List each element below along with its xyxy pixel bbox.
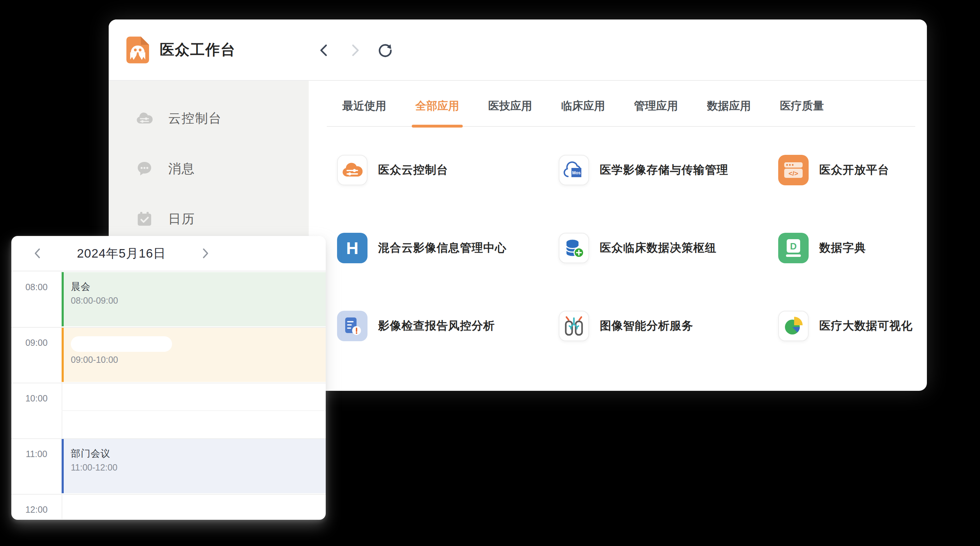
sidebar-item-3[interactable]: 日历	[109, 206, 309, 232]
time-label: 12:00	[11, 504, 62, 515]
app-item-label: 混合云影像信息管理中心	[378, 240, 507, 256]
chevron-right-icon	[200, 247, 211, 259]
app-item-1[interactable]: 医众云控制台	[337, 155, 559, 185]
event-title: 晨会	[71, 281, 326, 293]
hour-gridline	[11, 494, 326, 495]
app-logo-icon	[126, 37, 149, 64]
tab-3[interactable]: 医技应用	[485, 99, 535, 126]
desktop-background: 医众工作台	[0, 0, 980, 546]
app-item-label: 医学影像存储与传输管理	[600, 162, 728, 178]
svg-text:Mos: Mos	[572, 171, 581, 176]
forward-button[interactable]	[346, 42, 363, 59]
tab-1[interactable]: 最近使用	[339, 99, 389, 126]
report-risk-icon	[337, 311, 368, 341]
calendar-event-2[interactable]: 09:00-10:00	[62, 328, 326, 382]
refresh-button[interactable]	[377, 42, 394, 59]
hour-gridline	[11, 383, 326, 383]
calendar-date-label: 2024年5月16日	[45, 245, 197, 262]
app-grid: 医众云控制台 Mos 医学影像存储与传输管理 </> 医众开放平台 H	[337, 155, 915, 341]
app-item-8[interactable]: 图像智能分析服务	[559, 311, 778, 341]
tab-bar: 最近使用全部应用医技应用临床应用管理应用数据应用医疗质量	[327, 81, 915, 127]
app-item-label: 医众开放平台	[819, 162, 889, 178]
cloud-console-icon	[337, 155, 368, 185]
calendar-day-grid: 08:0009:0010:0011:0012:00 晨会 08:00-09:00…	[11, 271, 326, 519]
calendar-next-day-button[interactable]	[197, 246, 213, 261]
chevron-left-icon	[317, 43, 332, 58]
calendar-icon	[137, 211, 152, 227]
event-title-redacted-pill	[71, 336, 172, 352]
event-time-range: 11:00-12:00	[71, 462, 326, 473]
app-item-3[interactable]: </> 医众开放平台	[778, 155, 915, 185]
calendar-event-1[interactable]: 晨会 08:00-09:00	[62, 272, 326, 326]
message-icon	[136, 161, 153, 177]
refresh-icon	[377, 42, 393, 59]
sidebar-item-label: 消息	[168, 160, 195, 177]
cloud-settings-icon	[136, 110, 153, 126]
app-item-label: 医众临床数据决策枢纽	[600, 240, 717, 256]
clinical-data-hub-icon	[559, 233, 589, 263]
svg-text:D: D	[790, 241, 797, 252]
app-item-2[interactable]: Mos 医学影像存储与传输管理	[559, 155, 778, 185]
back-button[interactable]	[316, 42, 333, 59]
app-item-5[interactable]: 医众临床数据决策枢纽	[559, 233, 778, 263]
app-item-label: 数据字典	[819, 240, 866, 256]
app-item-label: 图像智能分析服务	[600, 318, 693, 334]
event-time-range: 09:00-10:00	[71, 354, 326, 365]
app-item-4[interactable]: H 混合云影像信息管理中心	[337, 233, 559, 263]
event-title: 部门会议	[71, 447, 326, 460]
app-item-label: 影像检查报告风控分析	[378, 318, 495, 334]
tab-5[interactable]: 管理应用	[631, 99, 681, 126]
pacs-cloud-icon: Mos	[559, 155, 589, 185]
bigdata-viz-icon	[778, 311, 809, 341]
svg-text:H: H	[346, 239, 359, 258]
time-label: 10:00	[11, 393, 62, 404]
calendar-event-3[interactable]: 部门会议 11:00-12:00	[62, 439, 326, 493]
sidebar-item-1[interactable]: 云控制台	[109, 105, 309, 132]
sidebar-item-2[interactable]: 消息	[109, 155, 309, 182]
app-item-label: 医众云控制台	[378, 162, 448, 178]
app-item-9[interactable]: 医疗大数据可视化	[778, 311, 915, 341]
calendar-icon	[136, 211, 153, 227]
half-hour-gridline	[62, 410, 326, 411]
tab-4[interactable]: 临床应用	[558, 99, 608, 126]
browser-nav	[316, 19, 394, 81]
chevron-right-icon	[347, 43, 363, 58]
time-label: 11:00	[11, 449, 62, 459]
tab-2[interactable]: 全部应用	[412, 99, 462, 126]
calendar-header: 2024年5月16日	[11, 236, 326, 271]
app-item-label: 医疗大数据可视化	[819, 318, 913, 334]
message-icon	[137, 161, 152, 176]
event-time-range: 08:00-09:00	[71, 295, 326, 306]
chevron-left-icon	[32, 247, 43, 259]
calendar-panel: 2024年5月16日 08:0009:0010:0011:0012:00 晨会 …	[11, 236, 326, 520]
app-item-7[interactable]: 影像检查报告风控分析	[337, 311, 559, 341]
sidebar-item-label: 日历	[168, 211, 195, 228]
app-item-6[interactable]: D 数据字典	[778, 233, 915, 263]
image-ai-icon	[559, 311, 589, 341]
content-area: 最近使用全部应用医技应用临床应用管理应用数据应用医疗质量 医众云控制台 Mos …	[309, 81, 927, 390]
data-dictionary-icon: D	[778, 233, 809, 263]
cloud-settings-icon	[136, 112, 153, 125]
sidebar-item-label: 云控制台	[168, 110, 222, 127]
open-platform-icon: </>	[778, 155, 809, 185]
hybrid-h-icon: H	[337, 233, 368, 263]
time-label: 08:00	[11, 282, 62, 292]
tab-6[interactable]: 数据应用	[704, 99, 754, 126]
svg-text:</>: </>	[789, 170, 798, 177]
window-header: 医众工作台	[109, 19, 927, 81]
calendar-prev-day-button[interactable]	[30, 246, 45, 261]
window-title: 医众工作台	[160, 40, 236, 59]
tab-7[interactable]: 医疗质量	[777, 99, 827, 126]
time-label: 09:00	[11, 338, 62, 348]
